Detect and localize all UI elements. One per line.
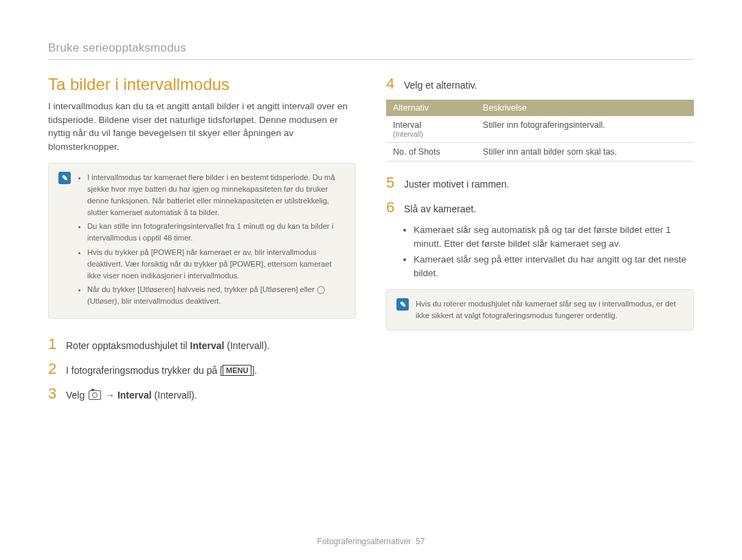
- step-number: 3: [48, 385, 58, 403]
- step-number: 2: [48, 360, 58, 378]
- table-cell: Stiller inn antall bilder som skal tas.: [476, 143, 694, 161]
- table-cell: Interval: [393, 120, 421, 130]
- note-list-1: I intervallmodus tar kameraet flere bild…: [78, 172, 346, 310]
- list-item: Kameraet slår seg på etter intervallet d…: [414, 253, 694, 280]
- step-text: Velg → Interval (Intervall).: [66, 388, 197, 403]
- note-text: Hvis du roterer modushjulet når kameraet…: [416, 298, 684, 322]
- step-number: 1: [48, 335, 58, 353]
- intro-paragraph: I intervallmodus kan du ta et angitt ant…: [48, 100, 356, 153]
- camera-icon: [89, 390, 101, 400]
- note-item: Du kan stille inn fotograferingsinterval…: [87, 221, 346, 244]
- note-box-1: ✎ I intervallmodus tar kameraet flere bi…: [48, 163, 356, 319]
- note-box-2: ✎ Hvis du roterer modushjulet når kamera…: [386, 289, 694, 331]
- note-item: Når du trykker [Utløseren] halvveis ned,…: [87, 284, 346, 307]
- options-table: Alternativ Beskrivelse Interval (Interva…: [386, 100, 694, 161]
- step-text: Slå av kameraet.: [404, 202, 476, 216]
- table-row: No. of Shots Stiller inn antall bilder s…: [386, 143, 694, 161]
- list-item: Kameraet slår seg automatisk på og tar d…: [414, 223, 694, 250]
- sub-bullets: Kameraet slår seg automatisk på og tar d…: [386, 223, 694, 280]
- step-text: I fotograferingsmodus trykker du på [MEN…: [66, 363, 257, 378]
- step-text: Velg et alternativ.: [404, 78, 477, 93]
- menu-button-icon: MENU: [223, 365, 251, 376]
- note-item: Hvis du trykker på [POWER] når kameraet …: [87, 247, 346, 281]
- page-footer: Fotograferingsalternativer 57: [0, 537, 742, 546]
- table-cell-sub: (Intervall): [393, 130, 469, 138]
- table-cell: No. of Shots: [386, 143, 476, 161]
- section-heading: Ta bilder i intervallmodus: [48, 75, 356, 94]
- note-icon: ✎: [396, 298, 409, 311]
- step-number: 5: [386, 174, 396, 192]
- table-cell: Stiller inn fotograferingsintervall.: [476, 116, 694, 143]
- breadcrumb: Bruke serieopptaksmodus: [48, 41, 694, 60]
- table-header: Alternativ: [386, 100, 476, 116]
- table-row: Interval (Intervall) Stiller inn fotogra…: [386, 116, 694, 143]
- table-header: Beskrivelse: [476, 100, 694, 116]
- note-item: I intervallmodus tar kameraet flere bild…: [87, 172, 346, 218]
- step-number: 4: [386, 75, 396, 93]
- step-text: Juster motivet i rammen.: [404, 177, 509, 192]
- note-icon: ✎: [58, 172, 71, 184]
- step-text: Roter opptaksmodushjulet til Interval (I…: [66, 339, 269, 353]
- step-number: 6: [386, 199, 396, 216]
